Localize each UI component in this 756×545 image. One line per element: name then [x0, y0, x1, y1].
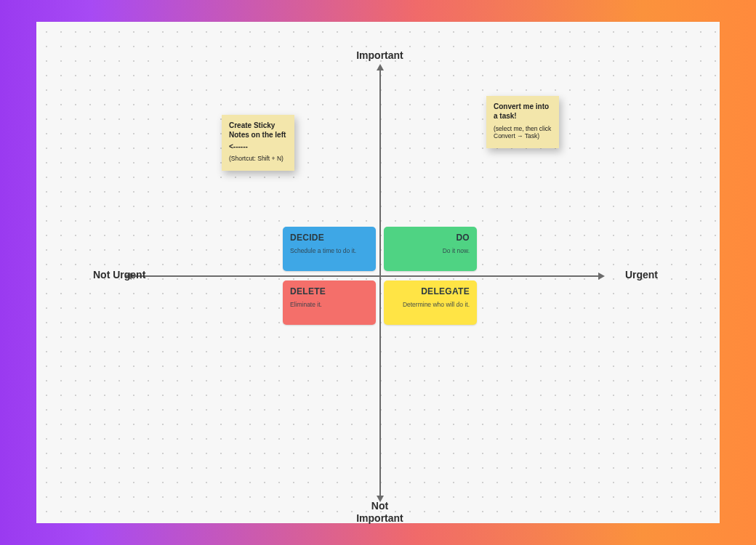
sticky-convert-hint: (select me, then click Convert → Task): [494, 125, 552, 140]
sticky-note-help[interactable]: Create Sticky Notes on the left <------ …: [222, 115, 294, 171]
sticky-note-convert[interactable]: Convert me into a task! (select me, then…: [486, 96, 559, 148]
y-axis-line: [379, 70, 381, 497]
x-axis-line: [131, 275, 600, 277]
quadrant-delegate-sub: Determine who will do it.: [391, 301, 470, 308]
quadrant-decide[interactable]: DECIDE Schedule a time to do it.: [283, 227, 376, 271]
arrow-up-icon: [377, 64, 384, 70]
eisenhower-matrix-canvas[interactable]: Important Not Important Not Urgent Urgen…: [36, 22, 720, 523]
sticky-help-shortcut: (Shortcut: Shift + N): [229, 155, 287, 162]
quadrant-delete-sub: Eliminate it.: [290, 301, 369, 308]
quadrant-do[interactable]: DO Do it now.: [384, 227, 477, 271]
quadrant-decide-sub: Schedule a time to do it.: [290, 247, 369, 254]
quadrant-decide-title: DECIDE: [290, 233, 369, 243]
quadrant-do-sub: Do it now.: [391, 247, 470, 254]
arrow-right-icon: [598, 272, 605, 280]
axis-label-not-important: Not Important: [36, 500, 723, 525]
quadrant-delete-title: DELETE: [290, 286, 369, 296]
axis-label-not-urgent: Not Urgent: [93, 269, 145, 280]
quadrant-do-title: DO: [391, 233, 470, 243]
sticky-convert-line1: Convert me into a task!: [494, 102, 552, 121]
axis-label-urgent: Urgent: [625, 269, 658, 280]
quadrant-delegate[interactable]: DELEGATE Determine who will do it.: [384, 280, 477, 325]
quadrant-delete[interactable]: DELETE Eliminate it.: [283, 280, 376, 325]
sticky-help-arrow: <------: [229, 142, 287, 150]
quadrant-delegate-title: DELEGATE: [391, 286, 470, 296]
axis-label-important: Important: [36, 49, 723, 61]
sticky-help-line1: Create Sticky Notes on the left: [229, 121, 287, 140]
